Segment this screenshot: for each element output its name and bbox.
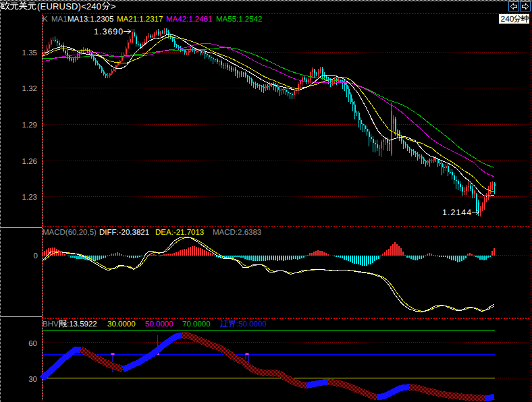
- svg-text:BHV: BHV: [43, 320, 59, 328]
- svg-text:(EURUSD)<240: (EURUSD)<240: [37, 1, 101, 11]
- svg-text:60: 60: [28, 340, 37, 348]
- svg-text:1.29: 1.29: [22, 121, 37, 130]
- svg-text:240: 240: [500, 14, 514, 24]
- svg-text:0: 0: [34, 252, 38, 260]
- svg-text:1.3690: 1.3690: [94, 27, 124, 36]
- svg-text:1.32: 1.32: [22, 85, 37, 93]
- svg-text:1.26: 1.26: [22, 158, 37, 166]
- svg-text:1.2144: 1.2144: [442, 208, 472, 217]
- svg-text:30: 30: [28, 376, 37, 384]
- svg-text:1.23: 1.23: [22, 194, 37, 202]
- svg-text:KMA1MA13:1.2305MA21:1.2317MA42: KMA1MA13:1.2305MA21:1.2317MA42:1.2461MA5…: [43, 16, 262, 24]
- svg-text:1.35: 1.35: [22, 49, 37, 57]
- svg-text::50.0000: :50.0000: [236, 320, 267, 328]
- svg-text:>: >: [111, 1, 116, 11]
